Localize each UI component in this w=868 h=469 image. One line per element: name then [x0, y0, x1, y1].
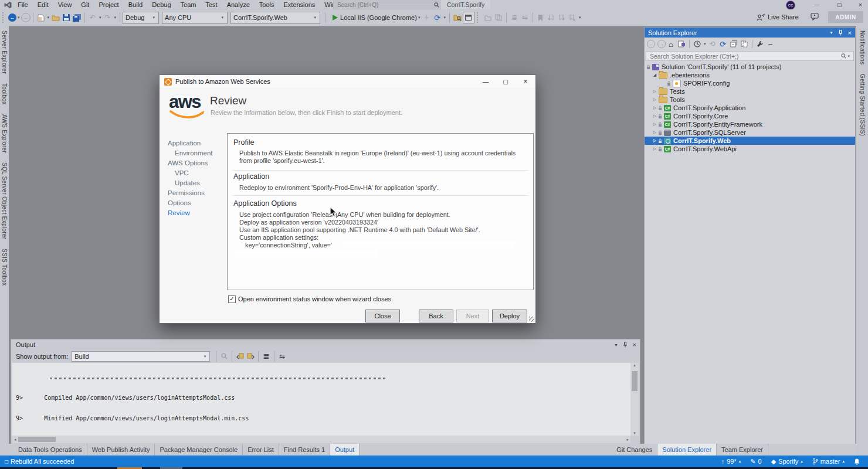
minimize-button[interactable]: — — [808, 0, 826, 9]
word-wrap-icon[interactable]: ⇋ — [277, 351, 287, 362]
back-button[interactable]: Back — [419, 310, 453, 322]
se-refresh-icon[interactable]: ⟳ — [718, 39, 728, 49]
quick-search[interactable] — [333, 1, 442, 9]
notifications-bell-icon[interactable] — [854, 458, 860, 465]
collapsed-icon[interactable]: ▷ — [652, 106, 658, 110]
open-status-checkbox[interactable]: ✓ — [228, 295, 236, 303]
home-icon[interactable]: ⌂ — [666, 39, 676, 49]
chevron-down-icon[interactable]: ▾ — [704, 42, 706, 46]
close-dialog-button[interactable]: Close — [365, 310, 400, 322]
output-horizontal-scrollbar[interactable]: ◂ ▸ — [12, 436, 630, 443]
expanded-icon[interactable]: ◢ — [652, 73, 658, 77]
quick-search-input[interactable] — [336, 1, 434, 9]
tree-item-solution[interactable]: Solution 'CorrIT.Sporify' (11 of 11 proj… — [645, 63, 855, 71]
collapsed-icon[interactable]: ▷ — [652, 147, 658, 151]
nav-options[interactable]: Options — [168, 199, 224, 206]
collapsed-icon[interactable]: ▷ — [652, 97, 658, 102]
menu-test[interactable]: Test — [201, 0, 222, 9]
collapsed-icon[interactable]: ▷ — [652, 130, 658, 135]
tab-sql-server-object-explorer[interactable]: SQL Server Object Explorer — [1, 162, 8, 239]
collapsed-icon[interactable]: ▷ — [652, 122, 658, 127]
properties-wrench-icon[interactable] — [755, 39, 765, 49]
tab-server-explorer[interactable]: Server Explorer — [1, 30, 8, 74]
tree-item-ebextensions[interactable]: ◢ .ebextensions — [645, 71, 855, 79]
toolbar-overflow-icon[interactable]: ▾ — [579, 15, 581, 20]
output-titlebar[interactable]: Output ▾ × — [11, 339, 640, 350]
nav-review[interactable]: Review — [168, 209, 224, 216]
collapse-all-icon[interactable] — [728, 39, 739, 49]
tree-item-tests[interactable]: ▷ Tests — [645, 87, 855, 96]
tree-item-webapi-project[interactable]: ▷ C# CorrIT.Sporify.WebApi — [645, 145, 855, 153]
scroll-down-icon[interactable]: ▾ — [630, 431, 639, 436]
tab-solution-explorer[interactable]: Solution Explorer — [657, 444, 717, 456]
close-button[interactable]: × — [852, 0, 868, 9]
menu-extensions[interactable]: Extensions — [279, 0, 320, 9]
chevron-down-icon[interactable]: ▾ — [418, 15, 421, 20]
tab-git-changes[interactable]: Git Changes — [612, 444, 657, 456]
new-file-icon[interactable] — [36, 12, 46, 23]
open-file-icon[interactable] — [50, 12, 61, 23]
maximize-button[interactable]: ▢ — [830, 0, 848, 9]
dialog-titlebar[interactable]: Publish to Amazon Web Services — ▢ × — [160, 75, 535, 88]
scroll-right-icon[interactable]: ▸ — [625, 437, 630, 442]
preview-selected-icon[interactable]: – — [765, 39, 776, 49]
account-avatar[interactable]: CC — [786, 1, 795, 10]
dialog-close-button[interactable]: × — [516, 75, 535, 88]
output-vertical-scrollbar[interactable]: ▴ ▾ — [630, 363, 639, 436]
nav-aws-options[interactable]: AWS Options — [168, 159, 224, 166]
menu-project[interactable]: Project — [94, 0, 123, 9]
chevron-down-icon[interactable]: ▾ — [443, 15, 446, 20]
pending-changes-filter-icon[interactable] — [692, 39, 703, 49]
output-log[interactable]: 9> Compiled App/common/views/users/login… — [12, 363, 630, 436]
window-position-icon[interactable]: ▾ — [615, 342, 618, 348]
pin-icon[interactable] — [623, 342, 628, 348]
start-debug-icon[interactable] — [333, 15, 338, 21]
toolbar-grip[interactable] — [2, 12, 6, 23]
deploy-button[interactable]: Deploy — [492, 310, 527, 322]
scrollbar-thumb[interactable] — [632, 371, 638, 391]
tab-getting-started-ssis[interactable]: Getting Started (SSIS) — [859, 74, 866, 136]
refresh-icon[interactable]: ⟳ — [432, 12, 442, 23]
tree-item-entityframework-project[interactable]: ▷ C# CorrIT.Sporify.EntityFramework — [645, 120, 855, 128]
git-push-indicator[interactable]: ↑ 99* ▴ — [721, 458, 741, 465]
save-icon[interactable] — [61, 12, 72, 23]
ide-preview-icon[interactable] — [463, 12, 474, 23]
show-all-files-icon[interactable] — [739, 39, 750, 49]
scrollbar-thumb[interactable] — [18, 437, 56, 442]
collapsed-icon[interactable]: ▷ — [652, 89, 658, 94]
navigate-forward-icon[interactable]: → — [21, 13, 30, 22]
run-target-label[interactable]: Local IIS (Google Chrome) — [340, 14, 417, 21]
scroll-left-icon[interactable]: ◂ — [12, 437, 18, 442]
menu-analyze[interactable]: Analyze — [222, 0, 255, 9]
tab-team-explorer[interactable]: Team Explorer — [717, 444, 768, 456]
menu-build[interactable]: Build — [124, 0, 147, 9]
menu-team[interactable]: Team — [176, 0, 201, 9]
chevron-down-icon[interactable]: ▾ — [48, 15, 50, 20]
startup-project-dropdown[interactable]: CorrIT.Sporify.Web▾ — [230, 12, 320, 24]
save-all-icon[interactable] — [72, 12, 82, 23]
tab-aws-explorer[interactable]: AWS Explorer — [1, 114, 8, 153]
find-in-files-icon[interactable] — [452, 12, 463, 23]
tab-web-publish-activity[interactable]: Web Publish Activity — [87, 444, 155, 456]
solution-explorer-titlebar[interactable]: Solution Explorer ▾ × — [645, 28, 855, 38]
platform-dropdown[interactable]: Any CPU▾ — [162, 12, 228, 24]
prev-message-icon[interactable] — [235, 351, 245, 362]
nav-vpc[interactable]: VPC — [175, 169, 224, 176]
configuration-dropdown[interactable]: Debug▾ — [123, 12, 159, 24]
menu-file[interactable]: File — [13, 0, 33, 9]
nav-environment[interactable]: Environment — [175, 149, 224, 157]
pending-edits-indicator[interactable]: ✎ 0 — [750, 458, 761, 465]
tree-item-sqlserver-project[interactable]: ▷ CorrIT.Sporify.SQLServer — [645, 128, 855, 137]
tab-output[interactable]: Output — [330, 444, 360, 456]
repo-selector[interactable]: ◆ Sporify ▴ — [771, 458, 803, 465]
dialog-maximize-button[interactable]: ▢ — [496, 75, 516, 88]
tab-package-manager-console[interactable]: Package Manager Console — [155, 444, 243, 456]
navigate-back-icon[interactable]: ← — [8, 13, 16, 22]
nav-permissions[interactable]: Permissions — [168, 189, 224, 196]
tree-item-sporify-config[interactable]: SPORIFY.config — [645, 79, 855, 87]
toolbar-grip[interactable] — [477, 12, 480, 23]
menu-edit[interactable]: Edit — [33, 0, 53, 9]
menu-debug[interactable]: Debug — [147, 0, 175, 9]
tab-data-tools-operations[interactable]: Data Tools Operations — [13, 444, 87, 456]
scroll-up-icon[interactable]: ▴ — [630, 363, 639, 368]
